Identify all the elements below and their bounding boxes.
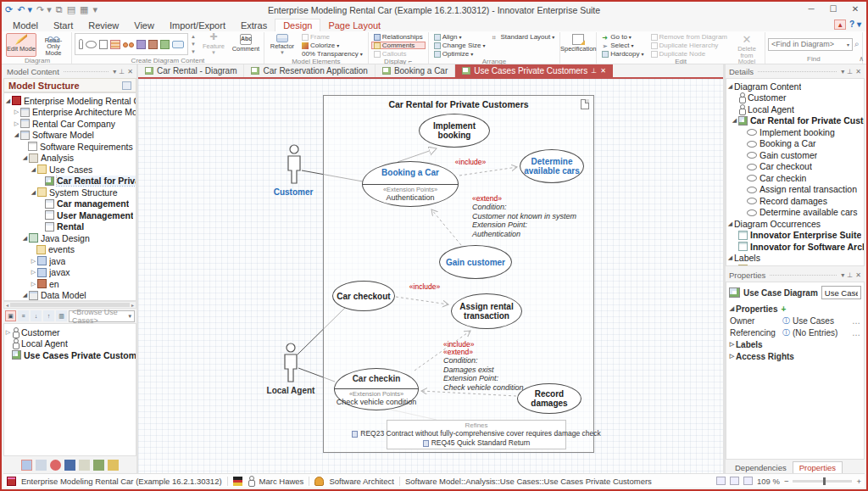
frame-note-icon[interactable] (581, 99, 589, 109)
sort-az-icon[interactable]: ↓ (31, 310, 42, 321)
tree-item-archimate[interactable]: Enterprise Architecture Model with Archi… (4, 107, 136, 119)
panel-dropdown-icon[interactable]: ▾ (113, 68, 116, 75)
list-item-use-cases-private-customers[interactable]: Use Cases Private Customers (4, 349, 136, 361)
diagram-view-icon[interactable] (36, 460, 47, 471)
user-view-icon[interactable] (108, 460, 119, 471)
docs-view-icon[interactable] (64, 460, 75, 471)
minimize-button[interactable]: ─ (800, 3, 822, 17)
usecase-booking-a-car[interactable]: Booking a Car «Extension Points» Authent… (362, 161, 459, 207)
tab-properties[interactable]: Properties (793, 461, 843, 473)
element-name-input[interactable] (821, 286, 861, 299)
details-diagram-occurrences[interactable]: Diagram Occurrences (726, 218, 864, 230)
panel-close-icon[interactable]: ✕ (127, 68, 133, 75)
tree-item-java-design[interactable]: Java Design (4, 232, 136, 244)
note-shape-icon[interactable] (99, 40, 108, 49)
remove-from-diagram-button[interactable]: Remove from Diagram (648, 33, 730, 41)
list-view-icon[interactable]: ≡ (18, 310, 29, 321)
details-customer[interactable]: Customer (726, 92, 864, 104)
tab-view[interactable]: View (126, 20, 162, 31)
verify-button[interactable]: Verify (865, 33, 868, 57)
tree-item-rental[interactable]: Rental (4, 221, 136, 233)
tab-design[interactable]: Design (275, 19, 320, 31)
tab-review[interactable]: Review (81, 20, 126, 31)
align-button[interactable]: Align▾ (431, 33, 488, 41)
details-diagram-content[interactable]: Diagram Content (726, 81, 864, 92)
undo-icon[interactable]: ↶ ▾ (17, 4, 32, 15)
owner-row[interactable]: OwnerⓘUse Cases… (726, 315, 864, 326)
relationships-button[interactable]: Relationships (371, 33, 426, 41)
boundary-shape-icon[interactable] (172, 41, 184, 48)
zoom-slider[interactable] (793, 480, 852, 483)
actor-customer[interactable] (285, 144, 303, 188)
tab-use-cases-private-customers[interactable]: Use Cases Private Customers⊥✕ (455, 64, 613, 77)
component-shape-icon[interactable] (136, 40, 146, 49)
specification-button[interactable]: Specification (563, 33, 593, 57)
tab-extras[interactable]: Extras (233, 20, 275, 31)
help-icon[interactable]: ? ▾ (849, 20, 861, 30)
read-only-mode-button[interactable]: Read-Only Mode (38, 33, 69, 57)
connector-shape-icon[interactable] (123, 42, 134, 47)
collapse-ribbon-icon[interactable]: ▲ (834, 20, 846, 30)
zoom-out-icon[interactable]: − (784, 477, 789, 486)
tree-item-software-model[interactable]: Software Model (4, 130, 136, 142)
print-icon[interactable]: ▦ (80, 4, 88, 15)
redo-icon[interactable]: ↷ ▾ (36, 4, 52, 15)
feature-button[interactable]: ✚ Feature ▼ (198, 33, 229, 57)
tab-page-layout[interactable]: Page Layout (320, 20, 388, 31)
change-size-button[interactable]: Change Size▾ (431, 42, 488, 49)
tree-item-system-structure[interactable]: System Structure (4, 187, 136, 198)
duplicate-hierarchy-button[interactable]: Duplicate Hierarchy (648, 42, 730, 49)
model-view-icon[interactable] (21, 460, 32, 471)
details-innovator-software-architects[interactable]: Innovator for Software Architects (726, 241, 864, 253)
tree-item-analysis[interactable]: Analysis (4, 153, 136, 165)
tree-item-car-rental-private-customers[interactable]: Car Rental for Private Customers (4, 176, 136, 187)
frame-button[interactable]: Frame (299, 33, 365, 41)
details-local-agent[interactable]: Local Agent (726, 103, 864, 115)
optimize-button[interactable]: Optimize▾ (431, 50, 488, 58)
edit-mode-button[interactable]: Edit Mode (6, 33, 36, 57)
panel-pin-icon[interactable]: ⊥ (847, 271, 853, 279)
gallery-up-icon[interactable]: ▲ (191, 34, 196, 39)
sort-za-icon[interactable]: ↑ (43, 310, 54, 321)
copy-icon[interactable]: ⧉ (56, 4, 63, 15)
find-combo[interactable]: ▾ (768, 38, 853, 51)
panel-close-icon[interactable]: ✕ (855, 68, 861, 75)
requirement-req45[interactable]: REQ45 Quick Standard Return (387, 438, 565, 448)
usecase-shape-icon[interactable] (86, 41, 97, 48)
details-car-rental[interactable]: Car Rental for Private Customers (726, 115, 864, 127)
usecase-assign-rental-transaction[interactable]: Assign rental transaction (451, 293, 522, 329)
fit-diagram-icon[interactable] (743, 477, 753, 485)
tree-item-use-cases[interactable]: Use Cases (4, 164, 136, 176)
tab-car-reservation-application[interactable]: Car Reservation Application (244, 64, 375, 77)
paste-icon[interactable]: ▤ (67, 4, 75, 15)
tab-close-icon[interactable]: ✕ (600, 67, 606, 75)
actor-shape-icon[interactable] (79, 39, 83, 49)
tab-pin-icon[interactable]: ⊥ (591, 67, 597, 75)
properties-section[interactable]: Properties+ (726, 303, 864, 315)
labels-section[interactable]: Labels (726, 338, 864, 350)
referencing-row[interactable]: Referencingⓘ(No Entries)… (726, 326, 864, 338)
panel-dropdown-icon[interactable]: ▾ (841, 68, 844, 75)
browse-use-cases-combo[interactable]: <Browse Use Cases>▾ (69, 310, 135, 322)
tree-item-rental-car-company[interactable]: Rental Car Company (4, 118, 136, 130)
tree-item-user-management[interactable]: User Management (4, 209, 136, 221)
access-rights-section[interactable]: Access Rights (726, 350, 864, 362)
comment-button[interactable]: Abc Comment (231, 33, 261, 57)
sync-icon[interactable]: ⟳ (5, 4, 13, 15)
details-record-damages[interactable]: Record damages (726, 195, 864, 207)
artifact-shape-icon[interactable] (160, 40, 170, 49)
panel-pin-icon[interactable]: ⊥ (847, 68, 853, 75)
tools-view-icon[interactable] (93, 460, 104, 471)
issues-view-icon[interactable] (50, 460, 61, 471)
close-button[interactable]: ✕ (844, 3, 866, 17)
tree-item-data-model[interactable]: Data Model (4, 290, 136, 302)
tab-booking-a-car[interactable]: Booking a Car (376, 64, 455, 77)
goto-button[interactable]: ➜Go to▾ (599, 33, 646, 41)
panel-dropdown-icon[interactable]: ▾ (841, 271, 844, 279)
tree-item-root[interactable]: Enterprise Modeling Rental Car - Example… (4, 95, 136, 107)
details-car-checkin[interactable]: Car checkin (726, 172, 864, 184)
panel-close-icon[interactable]: ✕ (855, 271, 861, 279)
list-item-local-agent[interactable]: Local Agent (4, 338, 136, 350)
zoom-in-icon[interactable]: + (856, 477, 861, 486)
tab-start[interactable]: Start (46, 20, 81, 31)
